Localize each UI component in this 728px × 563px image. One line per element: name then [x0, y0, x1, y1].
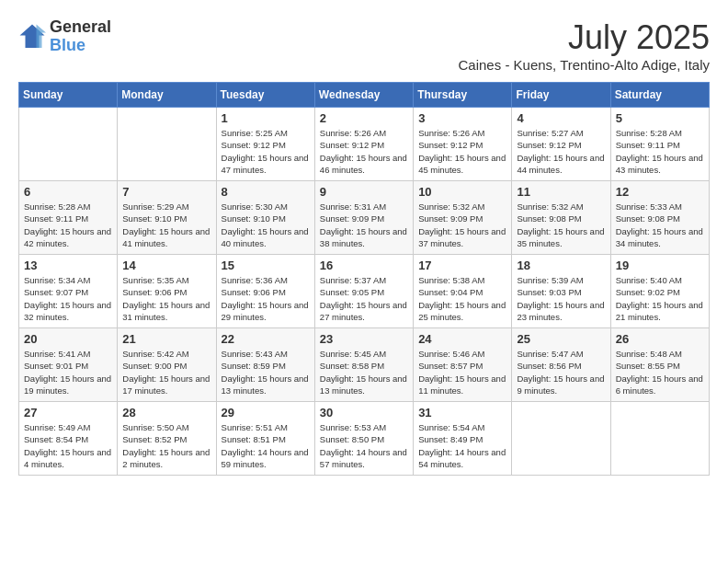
logo-icon — [18, 23, 46, 51]
day-info: Sunrise: 5:27 AM Sunset: 9:12 PM Dayligh… — [517, 127, 605, 176]
calendar-cell: 29Sunrise: 5:51 AM Sunset: 8:51 PM Dayli… — [216, 402, 314, 476]
day-info: Sunrise: 5:29 AM Sunset: 9:10 PM Dayligh… — [122, 201, 210, 249]
calendar-week-row: 1Sunrise: 5:25 AM Sunset: 9:12 PM Daylig… — [19, 108, 710, 181]
day-info: Sunrise: 5:26 AM Sunset: 9:12 PM Dayligh… — [418, 127, 506, 176]
day-number: 16 — [320, 259, 408, 272]
day-number: 5 — [616, 111, 704, 125]
calendar-cell: 10Sunrise: 5:32 AM Sunset: 9:09 PM Dayli… — [414, 181, 512, 255]
day-number: 2 — [320, 111, 408, 125]
day-number: 7 — [122, 185, 210, 199]
calendar-cell: 21Sunrise: 5:42 AM Sunset: 9:00 PM Dayli… — [118, 328, 216, 402]
day-info: Sunrise: 5:25 AM Sunset: 9:12 PM Dayligh… — [222, 127, 310, 176]
day-number: 23 — [320, 332, 408, 346]
day-of-week-header: Wednesday — [314, 83, 413, 108]
day-info: Sunrise: 5:35 AM Sunset: 9:06 PM Dayligh… — [122, 274, 210, 323]
day-number: 17 — [418, 259, 506, 272]
calendar-cell: 19Sunrise: 5:40 AM Sunset: 9:02 PM Dayli… — [610, 255, 709, 328]
day-info: Sunrise: 5:42 AM Sunset: 9:00 PM Dayligh… — [122, 348, 210, 396]
day-info: Sunrise: 5:47 AM Sunset: 8:56 PM Dayligh… — [517, 348, 605, 396]
calendar-table: SundayMondayTuesdayWednesdayThursdayFrid… — [18, 82, 710, 476]
logo: General Blue — [18, 18, 111, 55]
calendar-cell: 16Sunrise: 5:37 AM Sunset: 9:05 PM Dayli… — [314, 255, 413, 328]
title-area: July 2025 Caines - Kuens, Trentino-Alto … — [459, 18, 710, 73]
day-of-week-header: Friday — [512, 83, 610, 108]
calendar-cell — [512, 402, 610, 476]
day-info: Sunrise: 5:40 AM Sunset: 9:02 PM Dayligh… — [616, 274, 704, 323]
day-info: Sunrise: 5:53 AM Sunset: 8:50 PM Dayligh… — [320, 421, 408, 470]
day-info: Sunrise: 5:45 AM Sunset: 8:58 PM Dayligh… — [320, 348, 408, 396]
day-number: 22 — [222, 332, 310, 346]
calendar-cell: 5Sunrise: 5:28 AM Sunset: 9:11 PM Daylig… — [610, 108, 709, 181]
day-info: Sunrise: 5:32 AM Sunset: 9:09 PM Dayligh… — [418, 201, 506, 249]
calendar-cell: 15Sunrise: 5:36 AM Sunset: 9:06 PM Dayli… — [216, 255, 314, 328]
calendar-cell: 1Sunrise: 5:25 AM Sunset: 9:12 PM Daylig… — [216, 108, 314, 181]
month-title: July 2025 — [459, 18, 710, 57]
day-info: Sunrise: 5:46 AM Sunset: 8:57 PM Dayligh… — [418, 348, 506, 396]
calendar-cell: 9Sunrise: 5:31 AM Sunset: 9:09 PM Daylig… — [314, 181, 413, 255]
day-number: 13 — [24, 259, 112, 272]
calendar-cell: 24Sunrise: 5:46 AM Sunset: 8:57 PM Dayli… — [414, 328, 512, 402]
day-info: Sunrise: 5:38 AM Sunset: 9:04 PM Dayligh… — [418, 274, 506, 323]
svg-marker-1 — [37, 24, 47, 48]
calendar-body: 1Sunrise: 5:25 AM Sunset: 9:12 PM Daylig… — [19, 108, 710, 476]
day-info: Sunrise: 5:30 AM Sunset: 9:10 PM Dayligh… — [222, 201, 310, 249]
calendar-cell: 6Sunrise: 5:28 AM Sunset: 9:11 PM Daylig… — [19, 181, 118, 255]
calendar-cell — [118, 108, 216, 181]
calendar-cell: 12Sunrise: 5:33 AM Sunset: 9:08 PM Dayli… — [610, 181, 709, 255]
day-number: 19 — [616, 259, 704, 272]
page-header: General Blue July 2025 Caines - Kuens, T… — [18, 18, 710, 73]
day-of-week-header: Monday — [118, 83, 216, 108]
day-info: Sunrise: 5:43 AM Sunset: 8:59 PM Dayligh… — [222, 348, 310, 396]
day-number: 21 — [122, 332, 210, 346]
calendar-week-row: 20Sunrise: 5:41 AM Sunset: 9:01 PM Dayli… — [19, 328, 710, 402]
calendar-week-row: 6Sunrise: 5:28 AM Sunset: 9:11 PM Daylig… — [19, 181, 710, 255]
day-number: 20 — [24, 332, 112, 346]
day-info: Sunrise: 5:28 AM Sunset: 9:11 PM Dayligh… — [24, 201, 112, 249]
day-number: 8 — [222, 185, 310, 199]
calendar-cell: 7Sunrise: 5:29 AM Sunset: 9:10 PM Daylig… — [118, 181, 216, 255]
calendar-cell: 4Sunrise: 5:27 AM Sunset: 9:12 PM Daylig… — [512, 108, 610, 181]
day-number: 10 — [418, 185, 506, 199]
header-row: SundayMondayTuesdayWednesdayThursdayFrid… — [19, 83, 710, 108]
day-info: Sunrise: 5:37 AM Sunset: 9:05 PM Dayligh… — [320, 274, 408, 323]
day-number: 4 — [517, 111, 605, 125]
day-of-week-header: Sunday — [19, 83, 118, 108]
calendar-cell: 30Sunrise: 5:53 AM Sunset: 8:50 PM Dayli… — [314, 402, 413, 476]
calendar-cell: 23Sunrise: 5:45 AM Sunset: 8:58 PM Dayli… — [314, 328, 413, 402]
day-info: Sunrise: 5:51 AM Sunset: 8:51 PM Dayligh… — [222, 421, 310, 470]
day-number: 28 — [122, 406, 210, 419]
day-of-week-header: Thursday — [414, 83, 512, 108]
day-number: 3 — [418, 111, 506, 125]
calendar-cell: 18Sunrise: 5:39 AM Sunset: 9:03 PM Dayli… — [512, 255, 610, 328]
day-info: Sunrise: 5:26 AM Sunset: 9:12 PM Dayligh… — [320, 127, 408, 176]
day-number: 9 — [320, 185, 408, 199]
day-number: 18 — [517, 259, 605, 272]
day-info: Sunrise: 5:54 AM Sunset: 8:49 PM Dayligh… — [418, 421, 506, 470]
calendar-cell: 13Sunrise: 5:34 AM Sunset: 9:07 PM Dayli… — [19, 255, 118, 328]
day-number: 29 — [222, 406, 310, 419]
day-number: 24 — [418, 332, 506, 346]
day-of-week-header: Saturday — [610, 83, 709, 108]
calendar-cell: 27Sunrise: 5:49 AM Sunset: 8:54 PM Dayli… — [19, 402, 118, 476]
day-number: 27 — [24, 406, 112, 419]
day-info: Sunrise: 5:50 AM Sunset: 8:52 PM Dayligh… — [122, 421, 210, 470]
calendar-cell: 11Sunrise: 5:32 AM Sunset: 9:08 PM Dayli… — [512, 181, 610, 255]
calendar-cell: 17Sunrise: 5:38 AM Sunset: 9:04 PM Dayli… — [414, 255, 512, 328]
subtitle: Caines - Kuens, Trentino-Alto Adige, Ita… — [459, 57, 710, 73]
calendar-cell: 2Sunrise: 5:26 AM Sunset: 9:12 PM Daylig… — [314, 108, 413, 181]
day-number: 31 — [418, 406, 506, 419]
calendar-cell: 20Sunrise: 5:41 AM Sunset: 9:01 PM Dayli… — [19, 328, 118, 402]
calendar-week-row: 27Sunrise: 5:49 AM Sunset: 8:54 PM Dayli… — [19, 402, 710, 476]
day-info: Sunrise: 5:32 AM Sunset: 9:08 PM Dayligh… — [517, 201, 605, 249]
calendar-cell: 25Sunrise: 5:47 AM Sunset: 8:56 PM Dayli… — [512, 328, 610, 402]
day-info: Sunrise: 5:31 AM Sunset: 9:09 PM Dayligh… — [320, 201, 408, 249]
day-number: 1 — [222, 111, 310, 125]
day-number: 14 — [122, 259, 210, 272]
logo-text: General Blue — [50, 18, 111, 55]
day-info: Sunrise: 5:48 AM Sunset: 8:55 PM Dayligh… — [616, 348, 704, 396]
day-number: 25 — [517, 332, 605, 346]
calendar-cell: 22Sunrise: 5:43 AM Sunset: 8:59 PM Dayli… — [216, 328, 314, 402]
day-info: Sunrise: 5:49 AM Sunset: 8:54 PM Dayligh… — [24, 421, 112, 470]
day-info: Sunrise: 5:34 AM Sunset: 9:07 PM Dayligh… — [24, 274, 112, 323]
calendar-cell: 28Sunrise: 5:50 AM Sunset: 8:52 PM Dayli… — [118, 402, 216, 476]
